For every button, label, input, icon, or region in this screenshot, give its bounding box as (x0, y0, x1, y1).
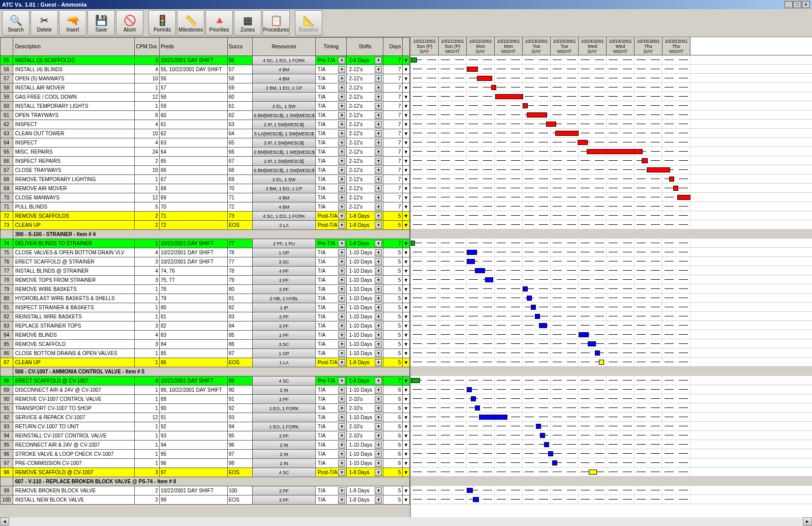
chevron-down-icon[interactable]: ▼ (404, 250, 409, 255)
shifts-dropdown[interactable]: 1-10 Days▼ (347, 450, 383, 459)
days-cell[interactable]: 7 (383, 148, 402, 157)
chevron-down-icon[interactable]: ▼ (404, 57, 409, 63)
chevron-down-icon[interactable]: ▼ (375, 249, 382, 256)
cpm-duration[interactable]: 12 (134, 193, 159, 202)
gantt-bar[interactable] (552, 460, 557, 465)
shifts-dropdown[interactable]: 1-10 Days▼ (347, 459, 383, 468)
dropdown-cell[interactable]: T/A▼ (317, 103, 346, 110)
chevron-down-icon[interactable]: ▼ (338, 423, 345, 430)
timing-dropdown[interactable]: T/A▼ (315, 413, 347, 422)
shifts-dropdown[interactable]: 2-12's▼ (347, 102, 383, 111)
predecessors[interactable]: 95 (159, 450, 227, 459)
dropdown-cell[interactable]: T/A▼ (317, 451, 346, 458)
chevron-down-icon[interactable]: ▼ (375, 460, 382, 467)
chevron-down-icon[interactable]: ▼ (404, 67, 409, 72)
shifts-dropdown[interactable]: 2-12's▼ (347, 138, 383, 148)
days-dropdown-arrow[interactable]: ▼ (402, 486, 410, 495)
successors[interactable]: 77 (227, 257, 252, 267)
predecessors[interactable]: 79 (159, 294, 227, 303)
days-cell[interactable]: 6 (383, 413, 402, 422)
days-cell[interactable]: 7 (383, 120, 402, 129)
dropdown-cell[interactable]: T/A▼ (317, 341, 346, 348)
timing-dropdown[interactable]: T/A▼ (315, 267, 347, 276)
cpm-duration[interactable]: 12 (134, 413, 159, 422)
predecessors[interactable]: 68 (159, 184, 227, 193)
gantt-bar[interactable] (578, 140, 588, 145)
days-dropdown-arrow[interactable]: ▼ (402, 404, 410, 413)
dropdown-cell[interactable]: 2-12's▼ (348, 139, 382, 147)
cpm-duration[interactable]: 1 (134, 459, 159, 468)
dropdown-cell[interactable]: T/A▼ (317, 350, 346, 357)
successors[interactable]: 91 (227, 395, 252, 404)
chevron-down-icon[interactable]: ▼ (404, 177, 409, 182)
task-description[interactable]: CLOSE TRAYWAYS (13, 166, 134, 175)
days-dropdown-arrow[interactable]: ▼ (402, 83, 410, 93)
timing-dropdown[interactable]: T/A▼ (315, 422, 347, 431)
shifts-dropdown[interactable]: 1-10 Days▼ (347, 413, 383, 422)
task-description[interactable]: OPEN (5) MANWAYS (13, 74, 134, 83)
shifts-dropdown[interactable]: 2-10's▼ (347, 422, 383, 431)
days-cell[interactable]: 6 (383, 431, 402, 441)
dropdown-cell[interactable]: T/A▼ (317, 286, 346, 293)
days-dropdown-arrow[interactable]: ▼ (402, 248, 410, 257)
chevron-down-icon[interactable]: ▼ (375, 194, 382, 201)
chevron-down-icon[interactable]: ▼ (404, 332, 409, 338)
dropdown-cell[interactable]: 2-12's▼ (348, 66, 382, 73)
timing-dropdown[interactable]: T/A▼ (315, 450, 347, 459)
task-description[interactable]: CLOSE MANWAYS (13, 193, 134, 202)
shifts-dropdown[interactable]: 2-12's▼ (347, 175, 383, 184)
dropdown-cell[interactable]: 1-10 Days▼ (348, 460, 382, 467)
cpm-duration[interactable]: 3 (134, 340, 159, 349)
dropdown-cell[interactable]: 1-8 Days▼ (348, 359, 382, 366)
successors[interactable]: 56 (227, 56, 252, 65)
dropdown-cell[interactable]: 1-10 Days▼ (348, 295, 382, 302)
scroll-left-button[interactable]: ◄ (0, 517, 9, 525)
resources-button[interactable]: 2 IN (253, 441, 316, 450)
chevron-down-icon[interactable]: ▼ (338, 414, 345, 421)
task-description[interactable]: CLOSE VALVES & OPEN BOTTOM DRAIN VLV (13, 248, 134, 257)
days-cell[interactable]: 6 (383, 441, 402, 450)
successors[interactable]: EOS (227, 468, 252, 477)
gantt-bar[interactable] (546, 122, 556, 127)
predecessors[interactable]: 69 (159, 193, 227, 202)
chevron-down-icon[interactable]: ▼ (404, 76, 409, 81)
gantt-bar[interactable] (479, 415, 507, 420)
cpm-duration[interactable]: 1 (134, 102, 159, 111)
gantt-bar[interactable] (536, 424, 541, 429)
toolbar-priorities-button[interactable]: 🔺Priorities (205, 10, 233, 36)
cpm-duration[interactable]: 1 (134, 422, 159, 431)
predecessors[interactable]: 85 (159, 349, 227, 358)
dropdown-cell[interactable]: T/A▼ (317, 396, 346, 403)
chevron-down-icon[interactable]: ▼ (404, 323, 409, 329)
chevron-down-icon[interactable]: ▼ (404, 378, 409, 384)
timing-dropdown[interactable]: T/A▼ (315, 495, 347, 505)
toolbar-insert-button[interactable]: 🔫Insert (59, 10, 86, 36)
dropdown-cell[interactable]: 1-10 Days▼ (348, 304, 382, 311)
successors[interactable]: 85 (227, 331, 252, 340)
cpm-duration[interactable]: 1 (134, 404, 159, 413)
shifts-dropdown[interactable]: 2-12's▼ (347, 120, 383, 129)
shifts-dropdown[interactable]: 1-10 Days▼ (347, 312, 383, 322)
predecessors[interactable]: 10/21/2001 DAY SHIFT (159, 56, 227, 65)
task-row[interactable]: 57OPEN (5) MANWAYS1056584 BMT/A▼2-12's▼7… (1, 74, 410, 83)
successors[interactable]: 89 (227, 376, 252, 386)
task-row[interactable]: 68REMOVE TEMPORARY LIGHTING167692 EL, 1 … (1, 175, 410, 184)
task-description[interactable]: CLEAN OUT TOWER (13, 129, 134, 138)
dropdown-cell[interactable]: 1-8 Days▼ (348, 213, 382, 220)
task-row[interactable]: 95RECONNECT AIR & 24V @ CV-1007194962 IN… (1, 441, 410, 450)
days-dropdown-arrow[interactable]: ▼ (402, 257, 410, 267)
task-row[interactable]: 69REMOVE AIR MOVER168702 BM, 1 EO, 1 CPT… (1, 184, 410, 193)
resources-button[interactable]: 4 PF (253, 267, 316, 276)
successors[interactable]: 83 (227, 312, 252, 322)
days-dropdown-arrow[interactable]: ▼ (402, 468, 410, 477)
chevron-down-icon[interactable]: ▼ (338, 185, 345, 192)
dropdown-cell[interactable]: Post-T/A▼ (317, 213, 346, 220)
days-dropdown-arrow[interactable]: ▼ (402, 303, 410, 312)
dropdown-cell[interactable]: T/A▼ (317, 66, 346, 73)
gantt-bar[interactable] (531, 305, 536, 310)
chevron-down-icon[interactable]: ▼ (338, 222, 345, 229)
gantt-date-column[interactable]: 10/21/2001Sun (P)NIGHT (439, 37, 467, 55)
task-row[interactable]: 80HYDROBLAST WIRE BASKETS & SHELLS179812… (1, 294, 410, 303)
task-row[interactable]: 63CLEAN OUT TOWER1062645 LA[WESC$], 1 SW… (1, 129, 410, 138)
maximize-button[interactable]: □ (793, 1, 801, 8)
